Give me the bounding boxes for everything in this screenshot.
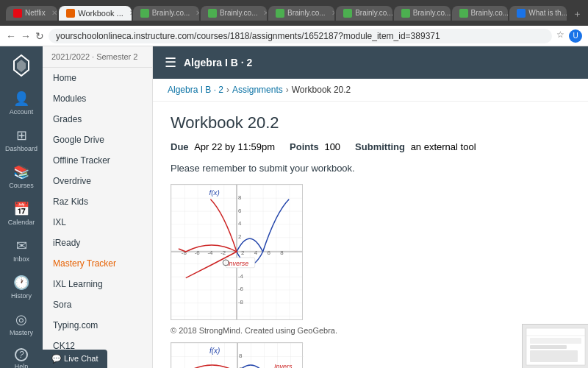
tab-brainly1-label: Brainly.co...: [152, 9, 190, 17]
address-bar: ← → ↻ ☆ U: [0, 26, 588, 46]
nav-home[interactable]: Home: [43, 68, 152, 88]
nav-mastery-tracker[interactable]: Mastery Tracker: [43, 253, 152, 274]
graph-caption: © 2018 StrongMind. Created using GeoGebr…: [171, 326, 570, 335]
address-icons: ☆ U: [556, 29, 582, 43]
sidebar-item-account[interactable]: 👤 Account: [0, 85, 43, 121]
tab-brainly3-label: Brainly.co...: [287, 9, 326, 17]
sidebar-item-mastery[interactable]: ◎ Mastery: [0, 305, 43, 342]
mini-preview-svg: [523, 325, 588, 368]
inbox-icon: ✉: [16, 238, 27, 254]
sidebar-item-inbox[interactable]: ✉ Inbox: [0, 232, 43, 269]
reload-button[interactable]: ↻: [35, 30, 44, 42]
sidebar-label-help: Help: [15, 363, 29, 368]
svg-text:f(x): f(x): [209, 347, 220, 355]
breadcrumb-course[interactable]: Algebra I B · 2: [168, 85, 223, 95]
canvas-logo[interactable]: [7, 52, 36, 79]
svg-text:Invers: Invers: [274, 363, 293, 368]
svg-text:8: 8: [239, 353, 243, 359]
points-label: Points: [290, 141, 319, 152]
brainly-icon-2: [208, 9, 217, 18]
tab-brainly5-label: Brainly.co...: [413, 9, 451, 17]
account-icon: 👤: [13, 91, 29, 107]
tab-what[interactable]: What is th...: [509, 6, 567, 21]
tab-brainly1[interactable]: Brainly.co... ✕: [133, 6, 199, 21]
sidebar-item-courses[interactable]: 📚 Courses: [0, 158, 43, 195]
svg-text:8: 8: [238, 194, 242, 201]
graph-svg-1: f(x) 8 6 4 2 -2 -4 -6 -8 -8 -6 -4 -2 2 4: [171, 185, 302, 319]
tab-workbook[interactable]: Workbook ... ✕: [59, 6, 132, 21]
tab-brainly6-label: Brainly.co...: [471, 9, 509, 17]
instructions: Please remember to submit your workbook.: [171, 163, 570, 174]
nav-iready[interactable]: iReady: [43, 233, 152, 253]
tab-workbook-label: Workbook ...: [78, 9, 123, 18]
dashboard-icon: ⊞: [16, 127, 27, 144]
nav-google-drive[interactable]: Google Drive: [43, 130, 152, 150]
canvas-sidebar: 👤 Account ⊞ Dashboard 📚 Courses 📅 Calend…: [0, 46, 43, 368]
nav-raz-kids[interactable]: Raz Kids: [43, 191, 152, 212]
tab-brainly6[interactable]: Brainly.co...: [452, 6, 509, 21]
breadcrumb-assignments[interactable]: Assignments: [232, 85, 283, 95]
svg-text:2: 2: [241, 250, 244, 256]
live-chat-button[interactable]: 💬 Live Chat: [43, 350, 107, 368]
canvas-icon: [66, 9, 75, 18]
nav-typing[interactable]: Typing.com: [43, 315, 152, 336]
sidebar-item-dashboard[interactable]: ⊞ Dashboard: [0, 121, 43, 158]
sidebar-label-inbox: Inbox: [13, 255, 29, 263]
svg-rect-36: [530, 345, 567, 349]
svg-rect-35: [530, 338, 581, 344]
nav-sora[interactable]: Sora: [43, 294, 152, 315]
tab-brainly4-label: Brainly.co...: [355, 9, 392, 17]
sidebar-label-account: Account: [10, 108, 34, 116]
nav-offline-tracker[interactable]: Offline Tracker: [43, 150, 152, 171]
brainly-icon-3: [276, 9, 284, 18]
sidebar-item-history[interactable]: 🕐 History: [0, 269, 43, 305]
nav-ixl-learning[interactable]: IXL Learning: [43, 274, 152, 294]
courses-icon: 📚: [13, 164, 29, 180]
nav-overdrive[interactable]: Overdrive: [43, 171, 152, 191]
brainly-icon-1: [140, 9, 149, 18]
svg-text:4: 4: [254, 250, 258, 256]
sidebar-label-history: History: [11, 292, 32, 300]
due-value: Apr 22 by 11:59pm: [194, 141, 275, 152]
sidebar-item-help[interactable]: ? Help: [0, 342, 43, 368]
forward-button[interactable]: →: [21, 30, 31, 42]
main-content: ☰ Algebra I B · 2 Algebra I B · 2 › Assi…: [153, 46, 588, 368]
address-input[interactable]: [49, 29, 552, 43]
tab-what-label: What is th...: [528, 9, 567, 17]
tab-brainly2[interactable]: Brainly.co... ✕: [201, 6, 267, 21]
svg-text:-8: -8: [238, 299, 244, 305]
tab-brainly5[interactable]: Brainly.co...: [394, 6, 451, 21]
bookmark-icon[interactable]: ☆: [556, 29, 564, 43]
netflix-icon: [13, 9, 22, 18]
tab-netflix[interactable]: Netflix ✕: [6, 6, 57, 21]
svg-text:-6: -6: [238, 286, 244, 292]
nav-modules[interactable]: Modules: [43, 88, 152, 109]
course-topbar: ☰ Algebra I B · 2: [153, 46, 588, 79]
tab-brainly4[interactable]: Brainly.co...: [336, 6, 392, 21]
svg-text:-6: -6: [195, 250, 201, 256]
sidebar-item-calendar[interactable]: 📅 Calendar: [0, 195, 43, 232]
nav-ixl[interactable]: IXL: [43, 212, 152, 233]
mini-preview: [522, 324, 588, 368]
breadcrumb-current: Workbook 20.2: [292, 85, 351, 95]
app-container: 👤 Account ⊞ Dashboard 📚 Courses 📅 Calend…: [0, 46, 588, 368]
new-tab-button[interactable]: ＋: [573, 7, 582, 21]
svg-text:4: 4: [238, 220, 242, 227]
submitting-label: Submitting: [355, 141, 405, 152]
svg-text:f(x): f(x): [209, 188, 219, 197]
sidebar-label-courses: Courses: [9, 182, 34, 189]
nav-grades[interactable]: Grades: [43, 109, 152, 130]
semester-header: 2021/2022 · Semester 2: [43, 46, 152, 68]
svg-marker-1: [17, 60, 26, 72]
profile-icon[interactable]: U: [569, 29, 582, 43]
mastery-icon: ◎: [15, 311, 27, 328]
help-icon: ?: [15, 348, 28, 361]
hamburger-menu[interactable]: ☰: [165, 54, 176, 71]
tab-brainly3[interactable]: Brainly.co... ✕: [268, 6, 334, 21]
back-button[interactable]: ←: [6, 30, 16, 42]
tab-brainly2-label: Brainly.co...: [220, 9, 258, 17]
brainly-icon-6: [459, 9, 468, 18]
svg-text:-4: -4: [238, 273, 244, 280]
graph-2: f(x) 8 6 Invers: [171, 342, 303, 368]
svg-text:6: 6: [238, 208, 242, 214]
